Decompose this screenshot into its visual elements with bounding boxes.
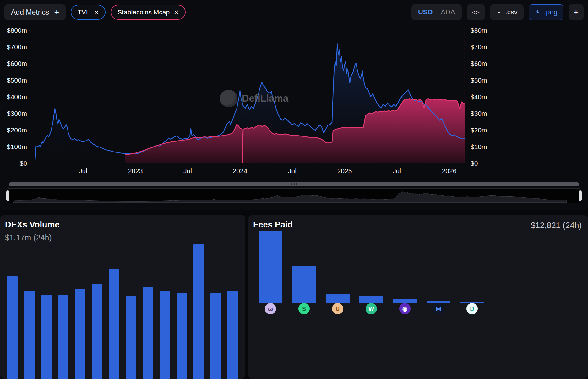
dexs-volume-bar[interactable] [193,244,204,379]
dexs-volume-bar[interactable] [143,287,153,379]
remove-metric-icon[interactable]: × [174,8,179,16]
fees-paid-bar[interactable] [359,296,383,303]
svg-text:$800m: $800m [7,27,27,34]
svg-text:$400m: $400m [7,93,27,100]
metric-pill-tvl[interactable]: TVL × [71,5,106,20]
plus-icon: + [574,7,579,17]
dexs-volume-bar[interactable] [7,276,18,379]
scrollbar-grip-icon[interactable] [291,183,297,185]
fees-paid-bar[interactable] [427,301,450,303]
svg-text:$700m: $700m [7,43,27,51]
svg-text:$20m: $20m [471,126,487,134]
dexs-volume-bar[interactable] [227,291,238,379]
dexs-volume-bar[interactable] [75,289,85,379]
chart-panel: Add Metrics + TVL × Stablecoins Mcap × U… [0,0,588,210]
svg-text:Jul: Jul [288,167,297,174]
svg-text:$70m: $70m [471,43,487,51]
metric-pill-stablecoins-mcap[interactable]: Stablecoins Mcap × [111,5,185,20]
dexs-volume-bar[interactable] [109,269,119,379]
protocol-icon-cell: D [460,303,484,314]
dexs-volume-bar[interactable] [160,291,170,379]
protocol-icon-cell: ω [259,303,282,314]
butterfly-protocol-icon: ⋈ [433,303,444,314]
navigator-sparkline [8,189,580,203]
fees-paid-card: Fees Paid $12,821 (24h) ω$∪W◉⋈D [248,215,588,379]
download-png-button[interactable]: .png [529,4,564,20]
svg-text:Jul: Jul [183,167,192,174]
dexs-volume-bar[interactable] [210,293,221,379]
currency-option-usd[interactable]: USD [414,8,437,16]
svg-text:$10m: $10m [471,143,487,150]
dexs-volume-bar[interactable] [58,295,68,379]
add-metrics-label: Add Metrics [11,8,49,17]
svg-text:$100m: $100m [7,143,27,150]
fees-paid-bar-chart[interactable] [259,229,484,303]
range-handle-left[interactable] [6,190,9,201]
protocol-icon-cell: ∪ [326,303,350,314]
chart-scrollbar[interactable] [9,182,579,186]
dexs-volume-bar[interactable] [177,293,187,379]
fees-paid-bar[interactable] [393,299,417,303]
download-icon [496,9,502,15]
bowl-protocol-icon: ∪ [332,303,343,314]
svg-text:Jul: Jul [393,167,401,174]
metric-pill-tvl-label: TVL [78,8,90,16]
svg-text:$600m: $600m [7,60,27,67]
svg-text:$200m: $200m [7,126,27,134]
fees-paid-bar[interactable] [326,294,350,303]
wings-protocol-icon: W [366,303,377,314]
svg-text:2023: 2023 [128,167,143,174]
main-chart-svg[interactable]: $0$100m$200m$300m$400m$500m$600m$700m$80… [0,0,588,178]
add-metrics-button[interactable]: Add Metrics + [4,4,66,20]
eye-protocol-icon: ◉ [399,303,411,314]
png-label: .png [544,8,558,16]
dexs-volume-bar[interactable] [24,291,35,379]
download-icon [535,9,541,15]
chart-range-navigator[interactable] [8,188,580,203]
svg-text:2026: 2026 [442,167,457,174]
dexs-volume-card: DEXs Volume $1.17m (24h) [0,215,245,379]
fees-paid-24h-value: $12,821 (24h) [531,221,582,230]
fees-paid-bar[interactable] [259,231,282,303]
svg-text:$60m: $60m [471,60,487,67]
protocol-icon-cell: ◉ [393,303,417,314]
svg-text:2025: 2025 [337,167,352,174]
defillama-dashboard: Add Metrics + TVL × Stablecoins Mcap × U… [0,0,588,379]
protocol-icon-cell: $ [292,303,316,314]
svg-text:$50m: $50m [471,77,487,84]
plus-icon: + [54,8,59,17]
toolbar: Add Metrics + TVL × Stablecoins Mcap × U… [4,4,584,20]
svg-text:2024: 2024 [233,167,248,174]
embed-code-button[interactable]: <> [467,4,485,20]
protocol-icon-cell: W [359,303,383,314]
remove-metric-icon[interactable]: × [94,8,99,16]
svg-text:$0: $0 [20,160,27,167]
dexs-volume-title: DEXs Volume [5,220,60,230]
code-brackets-icon: <> [472,8,480,16]
d-protocol-icon: D [466,303,478,314]
dexs-volume-bar[interactable] [92,284,102,379]
currency-option-ada[interactable]: ADA [437,8,459,16]
svg-text:Jul: Jul [79,167,87,174]
svg-text:$300m: $300m [7,110,27,117]
svg-text:$500m: $500m [7,77,27,84]
svg-text:$80m: $80m [471,27,487,34]
svg-text:$30m: $30m [471,110,487,117]
dexs-volume-bar-chart[interactable] [7,235,238,379]
currency-toggle: USD ADA [411,4,462,20]
fees-paid-bar[interactable] [292,266,316,303]
csv-label: .csv [505,8,518,16]
svg-text:$0: $0 [471,160,478,167]
dexs-volume-bar[interactable] [41,295,52,379]
svg-text:$40m: $40m [471,93,487,100]
download-csv-button[interactable]: .csv [490,4,524,20]
add-chart-button[interactable]: + [569,4,584,20]
cat-protocol-icon: ω [265,303,276,314]
range-handle-right[interactable] [579,190,582,201]
fees-protocol-icons: ω$∪W◉⋈D [259,303,484,314]
metric-pill-stablecoins-label: Stablecoins Mcap [117,8,170,16]
protocol-icon-cell: ⋈ [427,303,450,314]
dexs-volume-bar[interactable] [126,296,136,379]
fees-paid-title: Fees Paid [253,220,293,230]
dollar-protocol-icon: $ [298,303,310,314]
